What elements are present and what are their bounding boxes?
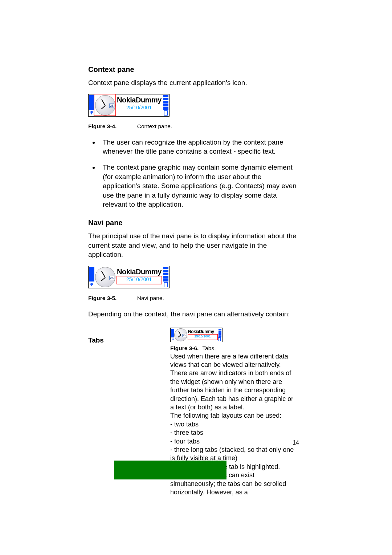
navi-intro: The principal use of the navi pane is to…	[88, 231, 297, 259]
antenna-icon: Ψ	[172, 338, 174, 341]
signal-strength-icon	[89, 267, 94, 281]
figure-3-4-caption: Figure 3-4. Context pane.	[88, 123, 297, 130]
page-number: 14	[293, 439, 299, 446]
figure-tabs-screenshot: Ψ 25 NokiaDummy 25/10/2001	[170, 328, 222, 342]
figure-navi-pane-screenshot: Ψ 25 NokiaDummy 25/10/2001	[88, 266, 170, 288]
figure-caption-text: Tabs.	[202, 345, 216, 351]
status-title: NokiaDummy	[188, 329, 217, 334]
bullet-item: The context pane graphic may contain som…	[99, 163, 297, 209]
battery-level-icon	[219, 329, 221, 337]
status-title: NokiaDummy	[117, 268, 161, 276]
battery-level-icon	[163, 95, 168, 110]
page-content: Context pane Context pane displays the c…	[88, 65, 297, 497]
figure-context-pane-screenshot: Ψ 25 NokiaDummy 25/10/2001	[88, 94, 170, 117]
footer-bar	[114, 461, 226, 479]
status-date: 25/10/2001	[117, 105, 161, 112]
figure-caption-text: Context pane.	[137, 123, 172, 129]
battery-level-icon	[163, 267, 168, 281]
figure-number: Figure 3-4.	[88, 123, 117, 129]
figure-number: Figure 3-6.	[170, 345, 199, 351]
battery-icon	[164, 282, 168, 287]
heading-context-pane: Context pane	[88, 65, 297, 74]
page: Context pane Context pane displays the c…	[0, 0, 392, 555]
status-date: 25/10/2001	[117, 276, 161, 284]
navi-after: Depending on the context, the navi pane …	[88, 309, 297, 319]
context-intro: Context pane displays the current applic…	[88, 78, 297, 88]
clock-icon: 25	[95, 267, 115, 287]
figure-caption-text: Navi pane.	[137, 295, 164, 301]
figure-3-5-caption: Figure 3-5. Navi pane.	[88, 295, 297, 301]
clock-icon: 25	[95, 95, 115, 116]
clock-date-badge: 25	[182, 334, 186, 337]
battery-icon	[218, 337, 221, 341]
bullet-item: The user can recognize the application b…	[99, 138, 297, 156]
figure-number: Figure 3-5.	[88, 295, 117, 301]
figure-3-6-caption: Figure 3-6. Tabs.	[170, 345, 297, 352]
battery-icon	[164, 110, 168, 116]
heading-navi-pane: Navi pane	[88, 219, 297, 227]
status-date: 25/10/2001	[188, 335, 217, 340]
clock-icon: 25	[174, 328, 187, 341]
status-title: NokiaDummy	[117, 96, 161, 104]
signal-strength-icon	[89, 95, 94, 110]
antenna-icon: Ψ	[90, 110, 93, 116]
clock-date-badge: 25	[109, 104, 114, 108]
signal-strength-icon	[171, 329, 174, 337]
context-bullets: The user can recognize the application b…	[88, 138, 297, 209]
clock-date-badge: 25	[109, 276, 114, 280]
antenna-icon: Ψ	[90, 282, 93, 287]
